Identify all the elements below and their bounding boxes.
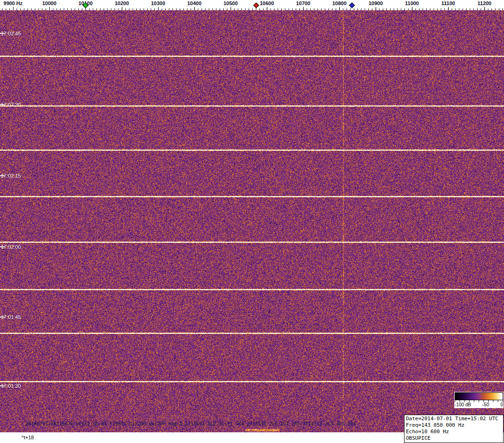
cursor-readout: ^t+18 bbox=[21, 435, 34, 440]
ruler-major-ticks bbox=[0, 7, 504, 10]
colorbar-label-min: -100 dB bbox=[455, 402, 471, 407]
colorbar-label-max: 0 bbox=[500, 402, 503, 407]
ruler-tick-label: 10800 bbox=[332, 0, 347, 6]
ruler-tick-label: 10900 bbox=[369, 0, 383, 6]
info-station-line: OBSUPICE bbox=[406, 435, 502, 442]
ruler-tick-label: 10000 bbox=[42, 0, 57, 6]
ruler-tick-label: 11000 bbox=[405, 0, 419, 6]
ruler-tick-label: 10400 bbox=[187, 0, 202, 6]
colorbar-label-mid: -50 bbox=[483, 402, 489, 407]
ruler-tick-label: 11100 bbox=[441, 0, 455, 6]
colorbar-gradient bbox=[455, 392, 503, 400]
info-date-line: Date=2014-07-01 Time=15:02 UTC bbox=[406, 416, 502, 422]
ruler-tick-label: 9900 Hz bbox=[4, 0, 23, 6]
spectrum-waterfall-app: 9900 Hz100001010010200103001040010500106… bbox=[0, 0, 504, 443]
ruler-tick-label: 11200 bbox=[477, 0, 491, 6]
db-colorbar: -100 dB -50 0 bbox=[454, 392, 504, 408]
colorbar-labels: -100 dB -50 0 bbox=[455, 402, 503, 407]
ruler-tick-label: 10300 bbox=[151, 0, 166, 6]
observation-info-box: Date=2014-07-01 Time=15:02 UTC Freq=143 … bbox=[404, 415, 504, 443]
ruler-tick-label: 10500 bbox=[224, 0, 238, 6]
detection-annotation: 20140701150118976 bCnt2 nb-84 f10601 bit… bbox=[26, 421, 356, 426]
ruler-tick-label: 10200 bbox=[115, 0, 129, 6]
ruler-tick-label: 10700 bbox=[296, 0, 311, 6]
spectrogram-canvas[interactable] bbox=[0, 10, 504, 432]
ruler-tick-label: 10600 bbox=[260, 0, 274, 6]
info-echo-line: Echo=10 600 Hz bbox=[406, 429, 502, 435]
frequency-ruler[interactable]: 9900 Hz100001010010200103001040010500106… bbox=[0, 0, 504, 10]
info-freq-line: Freq=143 050 000 Hz bbox=[406, 422, 502, 429]
